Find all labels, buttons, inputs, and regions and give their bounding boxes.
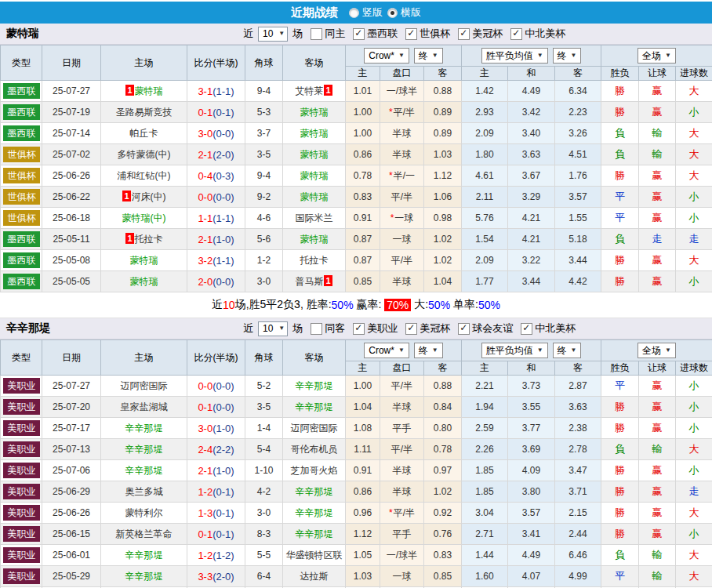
handicap-result-cell: 赢 [639,271,676,292]
caret-down-icon: ▼ [278,31,285,37]
goals-result-cell: 小 [676,460,712,481]
avg-home-cell: 1.77 [462,271,508,292]
halftime-score: (0-0) [213,401,234,413]
league-cell: 美职业 [1,503,42,524]
fulltime-score: 0-1 [198,107,213,118]
odds-company-select[interactable]: Crow*▼ [364,48,409,64]
odds-away-cell: 1.04 [424,271,462,292]
away-team-cell: 普马斯1 [283,271,346,292]
odds-away-cell: 0.97 [424,460,462,481]
halftime-score: (0-0) [213,276,234,288]
corners-cell: 9-4 [245,165,283,187]
outcome-cell: 勝 [601,81,639,102]
away-team-cell: 蒙特瑞 [283,187,346,208]
date-cell: 25-06-26 [42,165,101,187]
same-venue-checkbox[interactable] [311,323,322,335]
team-label: 辛辛那堤 [125,423,163,434]
handicap-result-cell: 赢 [639,481,676,503]
handicap-result-cell: 赢 [639,397,676,418]
league-filter-checkbox[interactable] [510,28,522,40]
fulltime-select[interactable]: 全场▼ [638,343,676,358]
score-cell: 2-1(1-0) [187,229,245,250]
odds-away-cell: 1.06 [424,187,462,208]
league-cell: 美职业 [1,524,42,545]
league-cell: 墨西联 [1,102,42,123]
outcome-cell: 負 [601,545,639,566]
sub-column-header: 胜负 [601,361,639,376]
match-count-select[interactable]: 10▼ [258,321,288,336]
league-filter-checkbox[interactable] [521,323,532,335]
score-cell: 3-0(1-0) [187,418,245,439]
league-filter-checkbox[interactable] [353,323,365,335]
league-filter-label: 世俱杯 [420,27,450,41]
corners-cell: 1-10 [245,460,283,481]
home-team-cell: 新英格兰革命 [101,524,187,545]
layout-radio-horizontal[interactable]: 横版 [387,5,421,20]
same-venue-label: 同主 [325,27,345,41]
handicap-line-cell: 半球 [380,397,424,418]
date-cell: 25-07-27 [42,376,101,397]
same-venue-checkbox[interactable] [311,28,322,40]
avg-draw-cell: 3.63 [508,144,555,165]
avg-away-cell: 2.87 [555,376,601,397]
league-filter-checkbox[interactable] [458,28,470,40]
caret-down-icon: ▼ [665,347,671,354]
match-row: 墨西联25-07-14帕丘卡3-0(0-0)3-7蒙特瑞1.00半球0.892.… [1,123,712,144]
layout-radio-vertical[interactable]: 竖版 [349,5,383,20]
odds-final-select[interactable]: 终▼ [414,343,443,358]
fulltime-score: 0-0 [198,191,213,203]
odds-home-cell: 0.96 [346,503,380,524]
league-badge: 美职业 [3,547,40,563]
corners-cell: 9-4 [245,81,283,102]
odds-company-header: Crow*▼终▼ [346,340,462,361]
caret-down-icon: ▼ [398,347,405,354]
team-label: 芝加哥火焰 [291,465,338,476]
league-filter-checkbox[interactable] [353,28,365,40]
odds-away-cell: 1.03 [424,144,462,165]
avg-odds-select[interactable]: 胜平负均值▼ [481,48,548,64]
league-filter-checkbox[interactable] [405,28,417,40]
date-cell: 25-07-19 [42,102,101,123]
handicap-line-cell: 半球 [380,481,424,503]
filter-bar: 近10▼场同主墨西联世俱杯美冠杯中北美杯 [243,27,565,42]
radio-checked-icon[interactable] [387,8,398,18]
halftime-score: (1-1) [213,85,234,97]
team-label: 蒙特瑞 [130,255,158,266]
halftime-score: (0-1) [213,486,234,498]
league-filter-checkbox[interactable] [405,323,417,335]
away-team-cell: 蒙特瑞 [283,144,346,165]
radio-unchecked-icon[interactable] [349,8,359,18]
fulltime-score: 1-1 [198,212,213,224]
team-label: 圣路易斯竞技 [116,107,173,118]
league-cell: 美职业 [1,481,42,503]
odds-company-select[interactable]: Crow*▼ [364,343,409,358]
fulltime-select[interactable]: 全场▼ [638,48,676,64]
column-header: 角球 [245,340,283,376]
league-cell: 美职业 [1,460,42,481]
avg-final-select[interactable]: 终▼ [553,343,582,358]
odds-home-cell: 1.08 [346,418,380,439]
league-filter-label: 墨西联 [367,27,398,41]
corners-cell: 1-2 [245,250,283,271]
avg-draw-cell: 4.49 [508,81,555,102]
sub-column-header: 进球数 [676,67,712,81]
handicap-line-cell: *半/一 [380,165,424,187]
fulltime-score: 3-1 [198,85,213,97]
goals-result-cell: 大 [676,123,712,144]
goals-result-cell: 小 [676,418,712,439]
line-changed-star: * [391,212,394,223]
avg-odds-select[interactable]: 胜平负均值▼ [481,343,548,358]
avg-away-cell: 5.18 [555,229,601,250]
avg-draw-cell: 3.41 [508,524,555,545]
league-filter-checkbox[interactable] [458,323,470,335]
match-count-select[interactable]: 10▼ [258,27,288,42]
date-cell: 25-06-18 [42,208,101,229]
section-team-name: 辛辛那堤 [6,321,50,336]
away-team-cell: 艾特莱1 [283,81,346,102]
league-badge: 美职业 [3,505,40,521]
avg-final-select[interactable]: 终▼ [553,48,582,64]
odds-final-select[interactable]: 终▼ [414,48,443,64]
league-badge: 美职业 [3,399,40,415]
halftime-score: (0-1) [213,528,234,540]
avg-away-cell: 4.99 [555,566,601,587]
